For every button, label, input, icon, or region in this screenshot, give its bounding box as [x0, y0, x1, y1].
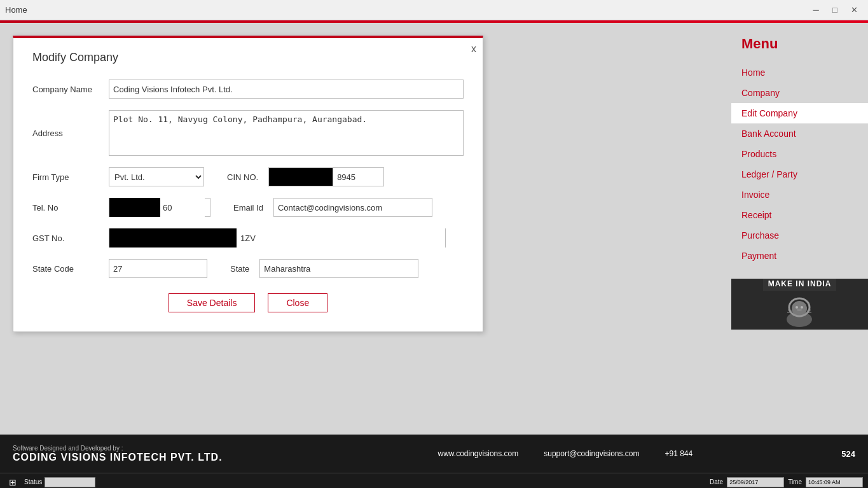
footer-left: Software Designed and Developed by : COD… — [13, 445, 289, 463]
footer-designed-by: Software Designed and Developed by : — [13, 445, 289, 452]
footer-phone: +91 844 — [665, 449, 693, 458]
cin-input[interactable] — [333, 167, 383, 186]
content-area: x Modify Company Company Name Address Pl… — [0, 23, 731, 435]
gst-label: GST No. — [32, 234, 109, 243]
sidebar-item-company[interactable]: Company — [731, 83, 868, 103]
tel-field-wrapper — [109, 198, 210, 217]
sidebar-item-home[interactable]: Home — [731, 62, 868, 83]
windows-start-button[interactable]: ⊞ — [5, 476, 20, 489]
status-box — [45, 477, 95, 487]
tel-label: Tel. No — [32, 203, 109, 213]
make-in-india-text: MAKE IN INDIA — [763, 279, 837, 291]
state-code-input[interactable] — [109, 259, 207, 278]
email-input[interactable] — [273, 198, 432, 217]
lion-icon — [774, 291, 825, 329]
footer-mid: www.codingvisions.com support@codingvisi… — [289, 449, 841, 458]
taskbar: ⊞ Status Date 25/09/2017 Time 10:45:09 A… — [0, 473, 868, 488]
footer-company-name: CODING VISIONS INFOTECH PVT. LTD. — [13, 452, 289, 463]
taskbar-right: Date 25/09/2017 Time 10:45:09 AM — [710, 477, 863, 487]
firm-type-cin-group: Pvt. Ltd. Ltd. LLP Partnership Proprieto… — [109, 167, 464, 186]
footer: Software Designed and Developed by : COD… — [0, 435, 868, 473]
footer-website: www.codingvisions.com — [438, 449, 519, 458]
sidebar-item-bank-account[interactable]: Bank Account — [731, 123, 868, 144]
gst-row: GST No. — [32, 228, 464, 247]
cin-hidden — [269, 167, 333, 186]
firm-type-label: Firm Type — [32, 172, 109, 182]
modify-company-dialog: x Modify Company Company Name Address Pl… — [13, 36, 483, 332]
sidebar-item-purchase[interactable]: Purchase — [731, 225, 868, 246]
make-in-india-logo: MAKE IN INDIA — [731, 279, 868, 330]
company-name-row: Company Name — [32, 80, 464, 99]
company-name-input[interactable] — [109, 80, 464, 99]
tel-input[interactable] — [160, 198, 205, 217]
sidebar-item-payment[interactable]: Payment — [731, 246, 868, 266]
time-value: 10:45:09 AM — [808, 479, 841, 485]
tel-email-row: Tel. No Email Id — [32, 198, 464, 217]
tel-hidden — [109, 198, 160, 217]
sidebar-item-products[interactable]: Products — [731, 144, 868, 164]
tel-email-group: Email Id — [109, 198, 464, 217]
address-label: Address — [32, 129, 109, 138]
app-title: Home — [5, 5, 27, 15]
date-value: 25/09/2017 — [729, 479, 758, 485]
gst-hidden — [109, 228, 237, 247]
time-box: 10:45:09 AM — [806, 477, 863, 487]
cin-label: CIN NO. — [227, 172, 258, 182]
cin-wrapper — [268, 167, 384, 186]
svg-point-5 — [797, 309, 802, 311]
address-input[interactable]: Plot No. 11, Navyug Colony, Padhampura, … — [109, 110, 464, 156]
firm-type-select[interactable]: Pvt. Ltd. Ltd. LLP Partnership Proprieto… — [109, 167, 204, 186]
state-label: State — [230, 264, 249, 274]
date-box: 25/09/2017 — [727, 477, 784, 487]
svg-point-3 — [796, 306, 798, 309]
sidebar-item-ledger-party[interactable]: Ledger / Party — [731, 164, 868, 185]
gst-wrapper — [109, 228, 446, 247]
sidebar: Menu Home Company Edit Company Bank Acco… — [731, 23, 868, 435]
status-label: Status — [24, 478, 42, 485]
firm-type-cin-row: Firm Type Pvt. Ltd. Ltd. LLP Partnership… — [32, 167, 464, 186]
dialog-close-button[interactable]: x — [471, 43, 476, 55]
dialog-title: Modify Company — [32, 51, 464, 64]
make-in-india-block: MAKE IN INDIA — [763, 279, 837, 330]
title-bar: Home ─ □ ✕ — [0, 0, 868, 20]
minimize-button[interactable]: ─ — [807, 3, 825, 17]
state-code-label: State Code — [32, 264, 109, 274]
footer-number: 524 — [841, 449, 855, 459]
dialog-button-row: Save Details Close — [32, 293, 464, 312]
address-row: Address Plot No. 11, Navyug Colony, Padh… — [32, 110, 464, 156]
time-label: Time — [788, 478, 802, 485]
close-dialog-button[interactable]: Close — [268, 293, 327, 312]
sidebar-item-receipt[interactable]: Receipt — [731, 205, 868, 225]
company-name-label: Company Name — [32, 85, 109, 94]
window-close-button[interactable]: ✕ — [845, 3, 863, 17]
sidebar-item-edit-company[interactable]: Edit Company — [731, 103, 868, 123]
title-bar-right: ─ □ ✕ — [807, 3, 863, 17]
state-input[interactable] — [259, 259, 418, 278]
taskbar-status: Status — [24, 477, 95, 487]
svg-point-4 — [801, 306, 803, 309]
maximize-button[interactable]: □ — [826, 3, 844, 17]
state-group: State — [109, 259, 464, 278]
menu-title: Menu — [731, 29, 868, 62]
main-layout: x Modify Company Company Name Address Pl… — [0, 23, 868, 435]
sidebar-item-invoice[interactable]: Invoice — [731, 185, 868, 205]
footer-support: support@codingvisions.com — [544, 449, 639, 458]
lion-container: MAKE IN INDIA — [731, 279, 868, 330]
gst-input[interactable] — [237, 228, 445, 247]
save-details-button[interactable]: Save Details — [169, 293, 256, 312]
state-row: State Code State — [32, 259, 464, 278]
date-label: Date — [710, 478, 723, 485]
email-label: Email Id — [233, 203, 263, 213]
title-bar-left: Home — [5, 5, 27, 15]
